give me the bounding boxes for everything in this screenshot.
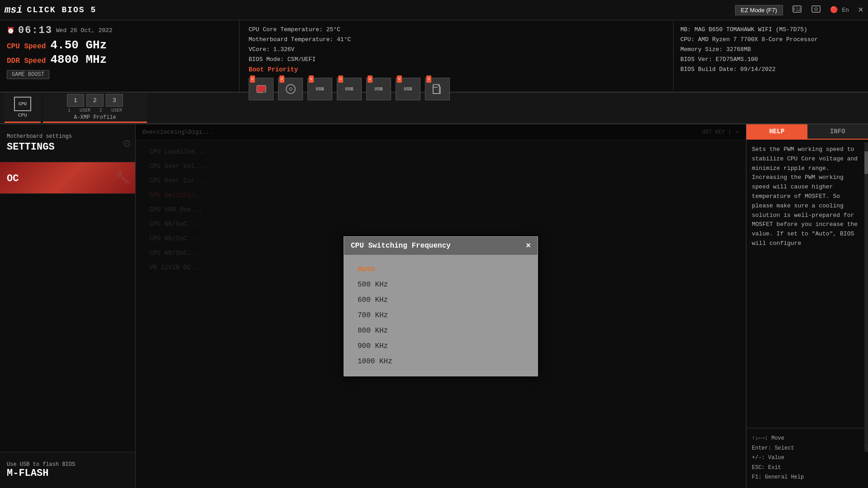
sidebar-item-settings[interactable]: Motherboard settings SETTINGS ⚙: [0, 124, 135, 162]
svg-text:F12: F12: [793, 7, 801, 12]
nav-f1: F1: General Help: [752, 473, 863, 483]
game-boost-badge[interactable]: GAME BOOST: [7, 70, 49, 79]
oc-title: OC: [7, 173, 128, 184]
boot-device-usb4[interactable]: U USB: [396, 78, 420, 100]
f12-icon[interactable]: F12: [792, 4, 802, 16]
header-left: ⏰ 06:13 Wed 26 Oct, 2022 CPU Speed 4.50 …: [0, 20, 240, 92]
modal-close-button[interactable]: ×: [526, 241, 531, 250]
cpu-switching-modal: CPU Switching Frequency × Auto 500 KHz 6…: [344, 236, 538, 376]
cpu-label: CPU: [18, 113, 27, 118]
svg-point-3: [815, 8, 817, 10]
modal-option-auto[interactable]: Auto: [353, 262, 528, 277]
settings-label: Motherboard settings: [7, 133, 128, 140]
main-area: Motherboard settings SETTINGS ⚙ OC 🔧 Use…: [0, 124, 868, 488]
boot-device-usb1[interactable]: U USB: [307, 78, 332, 100]
boot-device-file[interactable]: U: [425, 78, 450, 100]
mb-info: MB: MAG B650 TOMAHAWK WIFI (MS-7D75): [680, 25, 861, 35]
ddr-speed-label: DDR Speed: [7, 57, 46, 65]
modal-title: CPU Switching Frequency: [351, 242, 451, 250]
modal-overlay: CPU Switching Frequency × Auto 500 KHz 6…: [136, 124, 746, 488]
tab-help[interactable]: HELP: [746, 124, 807, 139]
cpu-info: CPU: AMD Ryzen 7 7700X 8-Core Processor: [680, 35, 861, 45]
svg-rect-8: [433, 84, 439, 94]
axmp-btn-3[interactable]: 3: [106, 94, 123, 107]
modal-option-700[interactable]: 700 KHz: [353, 308, 528, 323]
axmp-user1: USER: [80, 108, 90, 113]
cpu-speed-value: 4.50 GHz: [50, 38, 107, 52]
header-info: ⏰ 06:13 Wed 26 Oct, 2022 CPU Speed 4.50 …: [0, 20, 868, 93]
axmp-buttons: 1 2 3: [67, 94, 123, 107]
cpu-profile-button[interactable]: CPU CPU: [5, 94, 41, 123]
oc-icon: 🔧: [115, 170, 131, 186]
svg-point-6: [286, 84, 295, 94]
sidebar-item-mflash[interactable]: Use USB to flash BIOS M-FLASH: [0, 452, 135, 488]
sidebar-item-oc[interactable]: OC 🔧: [0, 162, 135, 194]
clock-icon: ⏰: [7, 27, 14, 34]
right-panel: HELP INFO Sets the PWM working speed to …: [746, 124, 868, 488]
axmp-sub2: 2: [99, 108, 102, 113]
bios-title: CLICK BIOS 5: [27, 5, 735, 14]
svg-rect-2: [812, 6, 820, 12]
bios-mode: BIOS Mode: CSM/UEFI: [249, 55, 664, 65]
modal-header: CPU Switching Frequency ×: [344, 237, 538, 255]
mflash-title: M-FLASH: [7, 468, 128, 479]
language-selector[interactable]: 🔴 En: [830, 6, 849, 14]
modal-option-1000[interactable]: 1000 KHz: [353, 354, 528, 369]
axmp-btn-1[interactable]: 1: [67, 94, 84, 107]
tab-info[interactable]: INFO: [807, 124, 868, 139]
close-button[interactable]: ×: [858, 5, 863, 15]
axmp-user2: USER: [111, 108, 122, 113]
nav-esc: ESC: Exit: [752, 463, 863, 473]
date-display: Wed 26 Oct, 2022: [56, 27, 113, 34]
mem-info: Memory Size: 32768MB: [680, 45, 861, 55]
cpu-core-temp: CPU Core Temperature: 25°C: [249, 25, 664, 35]
nav-enter: Enter: Select: [752, 444, 863, 454]
bios-ver-info: BIOS Ver: E7D75AMS.100: [680, 55, 861, 65]
axmp-sub1: 1: [68, 108, 71, 113]
msi-logo: msi: [5, 5, 23, 16]
modal-option-600[interactable]: 600 KHz: [353, 292, 528, 308]
header-right: MB: MAG B650 TOMAHAWK WIFI (MS-7D75) CPU…: [674, 20, 868, 92]
middle-content: Overclocking\Digi... HOT KEY | ↩ CPU Loa…: [136, 124, 746, 488]
boot-device-usb3[interactable]: U USB: [366, 78, 391, 100]
vcore: VCore: 1.326V: [249, 45, 664, 55]
help-content: Sets the PWM working speed to stabilize …: [746, 140, 868, 428]
top-bar-right: EZ Mode (F7) F12 🔴 En ×: [735, 4, 863, 16]
nav-value: +/-: Value: [752, 453, 863, 463]
modal-option-800[interactable]: 800 KHz: [353, 323, 528, 338]
modal-body: Auto 500 KHz 600 KHz 700 KHz 800 KHz 900…: [344, 255, 538, 376]
scrollbar-track[interactable]: ⋮: [864, 142, 868, 452]
ez-mode-button[interactable]: EZ Mode (F7): [735, 5, 783, 15]
svg-point-7: [289, 88, 292, 90]
axmp-profile-label: A-XMP Profile: [74, 114, 116, 121]
sidebar-spacer: [0, 194, 135, 452]
screenshot-icon[interactable]: [811, 4, 821, 16]
boot-device-optical[interactable]: U: [278, 78, 303, 100]
time-display: 06:13: [18, 25, 52, 36]
scroll-down-indicator: ⋮: [864, 444, 868, 450]
modal-option-900[interactable]: 900 KHz: [353, 338, 528, 354]
cpu-speed-label: CPU Speed: [7, 42, 46, 51]
top-bar: msi CLICK BIOS 5 EZ Mode (F7) F12 🔴 En ×: [0, 0, 868, 20]
ddr-speed-value: 4800 MHz: [50, 53, 107, 66]
bios-date-info: BIOS Build Date: 09/14/2022: [680, 65, 861, 75]
boot-priority-label: Boot Priority: [249, 65, 664, 75]
modal-option-500[interactable]: 500 KHz: [353, 277, 528, 292]
left-sidebar: Motherboard settings SETTINGS ⚙ OC 🔧 Use…: [0, 124, 136, 488]
cpu-icon: CPU: [14, 97, 31, 111]
right-panel-tabs: HELP INFO: [746, 124, 868, 140]
scrollbar-thumb[interactable]: [864, 151, 868, 174]
axmp-profile-section: 1 2 3 1 USER 2 USER A-XMP Profile: [43, 94, 147, 123]
axmp-btn-2[interactable]: 2: [86, 94, 104, 107]
header-middle: CPU Core Temperature: 25°C Motherboard T…: [240, 20, 674, 92]
boot-devices: U U U USB U USB U USB: [249, 78, 664, 100]
settings-title: SETTINGS: [7, 141, 128, 153]
nav-help: ↑↓←→: Move Enter: Select +/-: Value ESC:…: [746, 428, 868, 488]
nav-move: ↑↓←→: Move: [752, 434, 863, 444]
svg-point-5: [263, 90, 265, 93]
boot-device-hdd[interactable]: U: [249, 78, 274, 100]
mflash-label: Use USB to flash BIOS: [7, 461, 128, 468]
settings-icon: ⚙: [123, 136, 131, 151]
boot-device-usb2[interactable]: U USB: [337, 78, 362, 100]
mb-temp: Motherboard Temperature: 41°C: [249, 35, 664, 45]
